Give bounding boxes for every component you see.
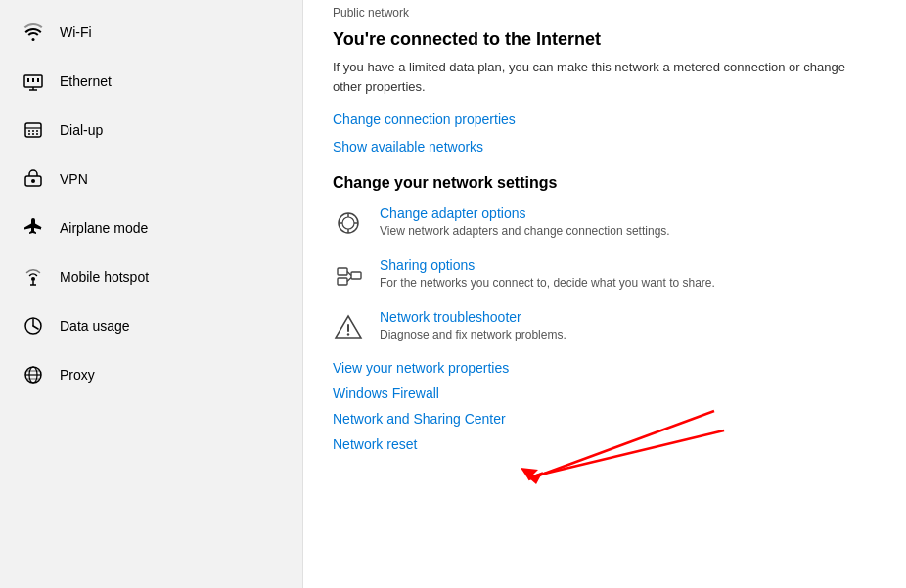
view-props-link[interactable]: View your network properties [333, 360, 877, 376]
sharing-title[interactable]: Sharing options [380, 257, 715, 273]
svg-rect-35 [351, 272, 361, 279]
svg-rect-1 [27, 78, 29, 82]
svg-point-15 [31, 179, 35, 183]
svg-point-11 [28, 133, 30, 135]
sidebar-item-ethernet-label: Ethernet [60, 73, 112, 89]
svg-point-12 [32, 133, 34, 135]
datausage-icon [23, 315, 44, 337]
sharing-center-link[interactable]: Network and Sharing Center [333, 411, 877, 427]
vpn-icon [23, 168, 44, 190]
show-networks-link[interactable]: Show available networks [333, 139, 877, 155]
svg-marker-26 [521, 468, 538, 479]
sidebar-item-datausage-label: Data usage [60, 318, 130, 334]
public-network-label: Public network [333, 6, 877, 20]
sharing-icon [333, 259, 364, 291]
sidebar-item-hotspot[interactable]: Mobile hotspot [0, 252, 302, 301]
adapter-desc: View network adapters and change connect… [380, 223, 670, 240]
sidebar-item-dialup[interactable]: Dial-up [0, 106, 302, 155]
adapter-icon [333, 207, 364, 239]
network-reset-link[interactable]: Network reset [333, 436, 877, 452]
settings-item-adapter: Change adapter options View network adap… [333, 205, 877, 240]
sidebar: Wi-Fi Ethernet [0, 0, 303, 588]
dialup-icon [23, 119, 44, 141]
troubleshooter-icon [333, 311, 364, 342]
troubleshooter-title[interactable]: Network troubleshooter [380, 309, 566, 325]
windows-firewall-link[interactable]: Windows Firewall [333, 385, 877, 401]
settings-item-sharing: Sharing options For the networks you con… [333, 257, 877, 292]
svg-rect-33 [338, 268, 347, 275]
airplane-icon [23, 217, 44, 239]
change-connection-link[interactable]: Change connection properties [333, 112, 877, 127]
sidebar-item-airplane[interactable]: Airplane mode [0, 204, 302, 252]
svg-rect-3 [37, 78, 39, 82]
sidebar-item-airplane-label: Airplane mode [60, 220, 148, 236]
svg-point-16 [31, 277, 35, 281]
sidebar-item-vpn-label: VPN [60, 171, 88, 187]
svg-rect-2 [32, 78, 34, 82]
sidebar-item-wifi[interactable]: Wi-Fi [0, 8, 302, 57]
settings-item-troubleshooter: Network troubleshooter Diagnose and fix … [333, 309, 877, 343]
sidebar-item-vpn[interactable]: VPN [0, 155, 302, 204]
sidebar-item-dialup-label: Dial-up [60, 122, 103, 138]
sidebar-item-proxy-label: Proxy [60, 367, 95, 383]
troubleshooter-desc: Diagnose and fix network problems. [380, 327, 566, 343]
sharing-desc: For the networks you connect to, decide … [380, 275, 715, 292]
svg-point-28 [342, 217, 354, 229]
sidebar-item-wifi-label: Wi-Fi [60, 24, 92, 40]
sidebar-item-hotspot-label: Mobile hotspot [60, 269, 149, 285]
svg-marker-42 [528, 472, 543, 484]
main-content: Public network You're connected to the I… [303, 0, 906, 588]
change-settings-header: Change your network settings [333, 174, 877, 192]
hotspot-icon [23, 266, 44, 288]
svg-point-40 [347, 333, 349, 335]
connected-title: You're connected to the Internet [333, 29, 877, 50]
adapter-title[interactable]: Change adapter options [380, 205, 670, 221]
sidebar-item-proxy[interactable]: Proxy [0, 350, 302, 399]
proxy-icon [23, 364, 44, 385]
svg-rect-34 [338, 278, 347, 285]
wifi-icon [23, 22, 44, 43]
connected-sub: If you have a limited data plan, you can… [333, 58, 877, 96]
svg-point-10 [36, 130, 38, 132]
svg-point-9 [32, 130, 34, 132]
svg-point-8 [28, 130, 30, 132]
red-arrow-annotation [401, 421, 744, 499]
svg-point-13 [36, 133, 38, 135]
sidebar-item-ethernet[interactable]: Ethernet [0, 57, 302, 106]
ethernet-icon [23, 70, 44, 92]
sidebar-item-datausage[interactable]: Data usage [0, 301, 302, 350]
